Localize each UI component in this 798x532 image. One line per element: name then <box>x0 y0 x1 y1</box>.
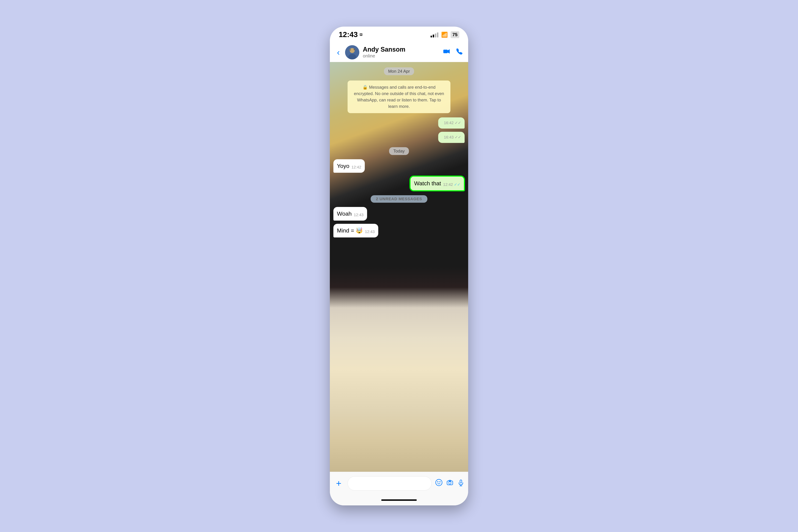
battery-icon: 75 <box>451 31 459 38</box>
svg-point-8 <box>437 481 438 482</box>
contact-info: Andy Sansom online <box>363 46 439 59</box>
status-bar: 12:43 ⊡ 📶 75 <box>330 26 468 42</box>
message-bubble-5: Woah 12:43 <box>334 207 367 221</box>
input-action-icons <box>435 479 464 488</box>
phone-call-button[interactable] <box>456 48 463 57</box>
unread-divider: 2 UNREAD MESSAGES <box>370 195 428 203</box>
home-indicator <box>330 495 468 506</box>
bubble-text: Watch that <box>414 179 441 187</box>
bubble-text: Mind = 🤯 <box>337 227 363 234</box>
message-time: 16:43 <box>444 135 454 140</box>
message-bubble-watch-that: Watch that 12:42 ✓✓ <box>410 176 464 191</box>
bubble-text: Yoyo <box>337 162 349 170</box>
notification-icon: ⊡ <box>360 33 362 36</box>
message-bubble-2: 16:43 ✓✓ <box>438 132 464 143</box>
table-row: 16:42 ✓✓ <box>334 117 464 129</box>
message-time: 12:42 <box>443 182 453 187</box>
contact-name[interactable]: Andy Sansom <box>363 46 439 53</box>
message-bubble-1: 16:42 ✓✓ <box>438 117 464 129</box>
svg-point-2 <box>348 54 356 59</box>
message-input[interactable] <box>347 476 432 491</box>
svg-marker-6 <box>448 49 450 54</box>
message-bubble-3: Yoyo 12:42 <box>334 159 365 173</box>
status-time: 12:43 ⊡ <box>339 30 362 39</box>
clock-display: 12:43 <box>339 30 358 39</box>
svg-point-9 <box>439 481 440 482</box>
svg-rect-5 <box>443 50 448 53</box>
svg-point-7 <box>436 479 442 486</box>
bubble-meta: 12:43 <box>354 212 363 218</box>
phone-frame: 12:43 ⊡ 📶 75 ‹ <box>330 26 468 506</box>
table-row: Watch that 12:42 ✓✓ <box>334 176 464 191</box>
bubble-meta: 12:42 ✓✓ <box>443 182 460 187</box>
microphone-button[interactable] <box>457 479 464 488</box>
add-attachment-button[interactable]: + <box>334 478 344 489</box>
bubble-meta: 12:42 <box>352 165 361 170</box>
bubble-meta: 16:43 ✓✓ <box>444 135 461 140</box>
message-bubble-6: Mind = 🤯 12:43 <box>334 224 378 238</box>
status-icons: 📶 75 <box>431 31 459 38</box>
avatar[interactable] <box>345 45 359 59</box>
svg-point-3 <box>349 49 351 51</box>
encryption-notice[interactable]: 🔒 Messages and calls are end-to-end encr… <box>347 80 451 113</box>
camera-button[interactable] <box>446 479 454 488</box>
table-row: Yoyo 12:42 <box>334 159 464 173</box>
date-badge-old: Mon 24 Apr <box>384 68 414 75</box>
chat-header: ‹ Andy Sansom online <box>330 42 468 62</box>
messages-container: Mon 24 Apr 🔒 Messages and calls are end-… <box>330 62 468 472</box>
date-badge-today: Today <box>389 147 409 155</box>
tick-icon: ✓✓ <box>455 135 461 140</box>
home-bar <box>381 499 417 501</box>
message-time: 16:42 <box>444 120 454 126</box>
signal-icon <box>431 32 438 37</box>
message-time: 12:43 <box>354 212 363 218</box>
table-row: 16:43 ✓✓ <box>334 132 464 143</box>
contact-status: online <box>363 53 439 59</box>
bubble-text: Woah <box>337 210 352 218</box>
message-time: 12:43 <box>365 229 375 234</box>
tick-icon: ✓✓ <box>455 120 461 126</box>
back-button[interactable]: ‹ <box>335 48 342 57</box>
input-bar: + <box>330 472 468 495</box>
video-call-button[interactable] <box>443 48 451 57</box>
svg-point-11 <box>449 482 451 484</box>
tick-icon: ✓✓ <box>454 182 460 187</box>
svg-point-4 <box>354 49 355 50</box>
message-time: 12:42 <box>352 165 361 170</box>
table-row: Woah 12:43 <box>334 207 464 221</box>
header-actions <box>443 48 463 57</box>
wifi-icon: 📶 <box>441 32 448 38</box>
sticker-button[interactable] <box>435 479 443 488</box>
bubble-meta: 16:42 ✓✓ <box>444 120 461 126</box>
avatar-image <box>345 45 359 59</box>
svg-rect-13 <box>460 480 462 483</box>
table-row: Mind = 🤯 12:43 <box>334 224 464 238</box>
chat-area: Mon 24 Apr 🔒 Messages and calls are end-… <box>330 62 468 472</box>
bubble-meta: 12:43 <box>365 229 375 234</box>
